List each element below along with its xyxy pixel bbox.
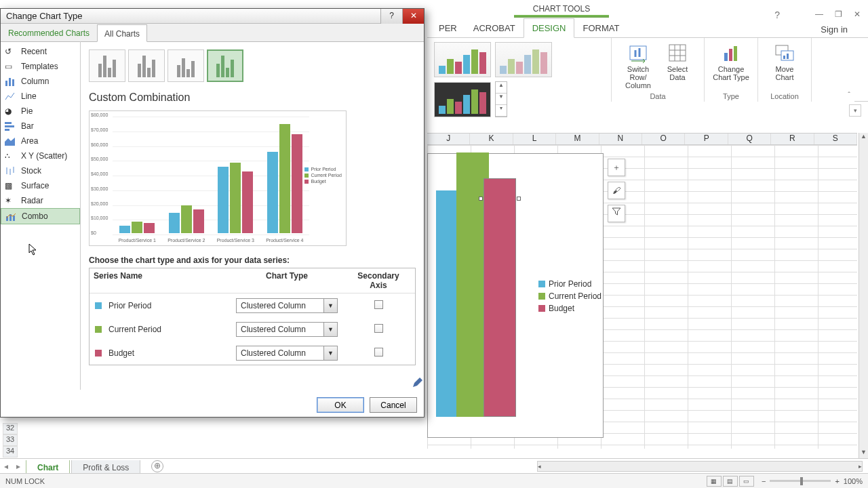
name-box-dropdown[interactable]: ▾: [849, 104, 861, 117]
secondary-axis-checkbox[interactable]: [374, 300, 383, 309]
svg-rect-7: [729, 49, 732, 61]
secondary-axis-checkbox[interactable]: [374, 348, 383, 357]
zoom-level[interactable]: 100%: [844, 477, 863, 485]
select-data-button[interactable]: Select Data: [658, 42, 697, 89]
combo-subtype-3[interactable]: [167, 49, 204, 82]
zoom-slider[interactable]: [770, 480, 831, 482]
category-recent[interactable]: ↺Recent: [1, 44, 80, 59]
chart-type-dropdown[interactable]: Clustered Column▼: [236, 346, 338, 361]
series-name-label: Prior Period: [108, 301, 151, 310]
col-header[interactable]: N: [599, 134, 642, 144]
combo-subtype-1[interactable]: [89, 49, 125, 82]
collapse-ribbon-icon[interactable]: ˆ: [848, 91, 850, 99]
select-data-icon: [667, 42, 688, 64]
combo-subtype-2[interactable]: [128, 49, 165, 82]
combo-subtype-custom[interactable]: [207, 49, 243, 82]
ok-button[interactable]: OK: [317, 397, 364, 413]
chart-style-thumb[interactable]: [495, 42, 552, 77]
tab-recommended-charts[interactable]: Recommended Charts: [1, 24, 97, 41]
chart-type-dropdown[interactable]: Clustered Column▼: [236, 298, 338, 313]
series-config-table: Series Name Chart Type Secondary Axis Pr…: [89, 268, 416, 365]
chart-filters-button[interactable]: [608, 205, 625, 222]
switch-row-column-button[interactable]: Switch Row/ Column: [618, 42, 658, 89]
category-bar[interactable]: Bar: [1, 119, 80, 134]
dialog-help-icon[interactable]: ?: [380, 9, 402, 24]
move-chart-icon: [774, 42, 795, 64]
secondary-axis-checkbox[interactable]: [374, 324, 383, 333]
window-controls: — ❐ ✕: [814, 9, 863, 19]
zoom-out-icon[interactable]: −: [762, 477, 766, 485]
chart-tools-highlight: [514, 15, 609, 18]
category-column[interactable]: Column: [1, 74, 80, 89]
chart-styles-button[interactable]: 🖌: [608, 182, 625, 199]
close-icon[interactable]: ✕: [852, 9, 863, 19]
col-header[interactable]: K: [470, 134, 513, 144]
restore-icon[interactable]: ❐: [833, 9, 844, 19]
col-header[interactable]: S: [814, 134, 857, 144]
tab-nav-prev-icon[interactable]: ◂: [4, 462, 8, 471]
pencil-icon: [412, 378, 422, 388]
move-chart-button[interactable]: Move Chart: [765, 42, 804, 81]
chevron-down-icon: ▼: [323, 346, 337, 360]
category-combo[interactable]: Combo: [1, 208, 80, 224]
chart-category-list: ↺Recent ▭Templates Column Line ◕Pie Bar …: [1, 41, 81, 390]
dialog-title: Change Chart Type: [1, 9, 424, 24]
ribbon-tab-format[interactable]: FORMAT: [574, 19, 627, 37]
zoom-in-icon[interactable]: +: [835, 477, 839, 485]
col-header[interactable]: O: [642, 134, 685, 144]
chart-elements-button[interactable]: ＋: [608, 159, 625, 176]
tab-nav-next-icon[interactable]: ▸: [16, 462, 20, 471]
row-header[interactable]: 32: [3, 423, 18, 434]
row-header[interactable]: 34: [3, 446, 18, 458]
col-header[interactable]: R: [771, 134, 814, 144]
chart-subtype-pane: Custom Combination Prior Period Current …: [81, 41, 424, 390]
row-header[interactable]: 33: [3, 434, 18, 446]
switch-rowcol-icon: [627, 42, 649, 64]
view-buttons[interactable]: ▦▤▭: [706, 476, 755, 487]
category-stock[interactable]: Stock: [1, 163, 80, 178]
category-scatter[interactable]: ∴X Y (Scatter): [1, 148, 80, 163]
svg-rect-1: [669, 45, 686, 61]
chart-preview: Prior Period Current Period Budget $0$10…: [89, 110, 347, 246]
ribbon-tab-per[interactable]: PER: [431, 19, 465, 37]
recent-icon: ↺: [5, 47, 16, 56]
cancel-button[interactable]: Cancel: [370, 397, 417, 413]
ribbon-tab-acrobat[interactable]: ACROBAT: [465, 19, 524, 37]
horizontal-scrollbar[interactable]: ◂▸: [537, 461, 863, 472]
svg-rect-8: [734, 46, 737, 61]
change-chart-type-button[interactable]: Change Chart Type: [711, 42, 751, 81]
radar-icon: ✶: [5, 196, 16, 205]
category-area[interactable]: Area: [1, 134, 80, 148]
col-header[interactable]: L: [513, 134, 556, 144]
minimize-icon[interactable]: —: [814, 9, 825, 19]
col-header[interactable]: P: [685, 134, 728, 144]
series-row: Prior Period Clustered Column▼: [90, 293, 415, 317]
col-header[interactable]: J: [427, 134, 470, 144]
sheet-tab-profitloss[interactable]: Profit & Loss: [71, 460, 140, 474]
dialog-close-icon[interactable]: ✕: [402, 9, 424, 24]
category-templates[interactable]: ▭Templates: [1, 59, 80, 74]
ribbon-tab-design[interactable]: DESIGN: [524, 18, 575, 38]
col-header[interactable]: Q: [728, 134, 771, 144]
category-pie[interactable]: ◕Pie: [1, 104, 80, 119]
style-gallery-scroll[interactable]: ▲▼▾: [495, 81, 507, 117]
category-line[interactable]: Line: [1, 89, 80, 104]
category-radar[interactable]: ✶Radar: [1, 193, 80, 208]
chart-type-dropdown[interactable]: Clustered Column▼: [236, 322, 338, 337]
tab-all-charts[interactable]: All Charts: [97, 24, 147, 42]
svg-rect-17: [5, 125, 14, 127]
chart-tools-label: CHART TOOLS: [515, 4, 608, 14]
group-label-type: Type: [711, 92, 751, 100]
col-header[interactable]: M: [556, 134, 599, 144]
series-config-label: Choose the chart type and axis for your …: [89, 256, 416, 265]
svg-rect-14: [9, 78, 11, 86]
chart-style-thumb[interactable]: [434, 82, 491, 117]
new-sheet-button[interactable]: ⊕: [151, 460, 163, 472]
chart-style-thumb[interactable]: [434, 42, 491, 77]
help-icon[interactable]: ?: [774, 9, 780, 20]
series-name-label: Budget: [108, 348, 134, 358]
column-icon: [5, 77, 16, 86]
line-icon: [5, 92, 16, 101]
vertical-scrollbar[interactable]: ▲▼: [859, 133, 868, 458]
category-surface[interactable]: ▩Surface: [1, 178, 80, 193]
